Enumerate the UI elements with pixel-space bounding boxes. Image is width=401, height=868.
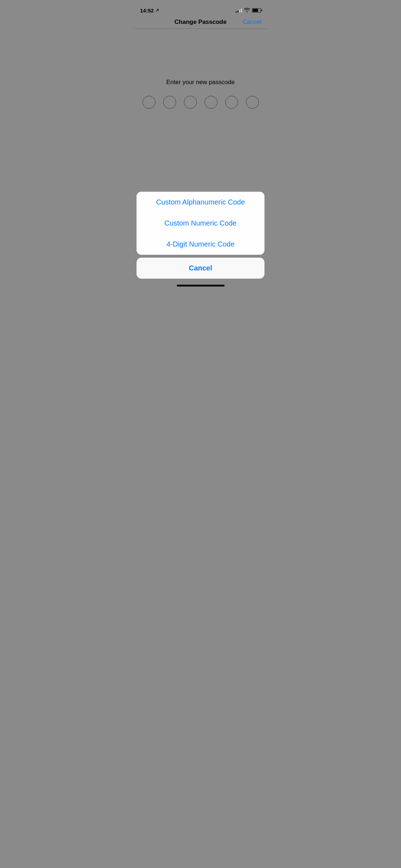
home-indicator bbox=[177, 285, 225, 286]
page-title: Change Passcode bbox=[174, 19, 226, 26]
action-sheet-overlay: Custom Alphanumeric Code Custom Numeric … bbox=[134, 192, 267, 289]
passcode-dots bbox=[143, 96, 259, 109]
cancel-button[interactable]: Cancel bbox=[243, 19, 262, 26]
passcode-dot-6 bbox=[246, 96, 259, 109]
wifi-icon bbox=[244, 8, 250, 13]
nav-bar: Change Passcode Cancel bbox=[134, 16, 267, 29]
status-icons bbox=[236, 8, 261, 13]
time-label: 14:52 bbox=[140, 7, 154, 14]
passcode-dot-4 bbox=[205, 96, 217, 109]
status-time: 14:52 ↗ bbox=[140, 7, 159, 14]
passcode-dot-1 bbox=[143, 96, 155, 109]
passcode-dot-2 bbox=[163, 96, 176, 109]
battery-icon bbox=[252, 8, 261, 12]
passcode-prompt: Enter your new passcode bbox=[166, 79, 235, 86]
status-bar: 14:52 ↗ bbox=[134, 0, 267, 16]
location-icon: ↗ bbox=[155, 8, 159, 13]
signal-icon bbox=[236, 8, 242, 12]
action-sheet-item-numeric[interactable]: Custom Numeric Code bbox=[137, 213, 264, 234]
action-sheet-cancel-button[interactable]: Cancel bbox=[137, 258, 264, 279]
action-sheet-item-4digit[interactable]: 4-Digit Numeric Code bbox=[137, 234, 264, 255]
main-content: Enter your new passcode Passcode Options bbox=[134, 29, 267, 201]
action-sheet-item-alphanumeric[interactable]: Custom Alphanumeric Code bbox=[137, 192, 264, 213]
passcode-dot-3 bbox=[184, 96, 197, 109]
passcode-dot-5 bbox=[225, 96, 238, 109]
action-sheet-main: Custom Alphanumeric Code Custom Numeric … bbox=[137, 192, 264, 255]
